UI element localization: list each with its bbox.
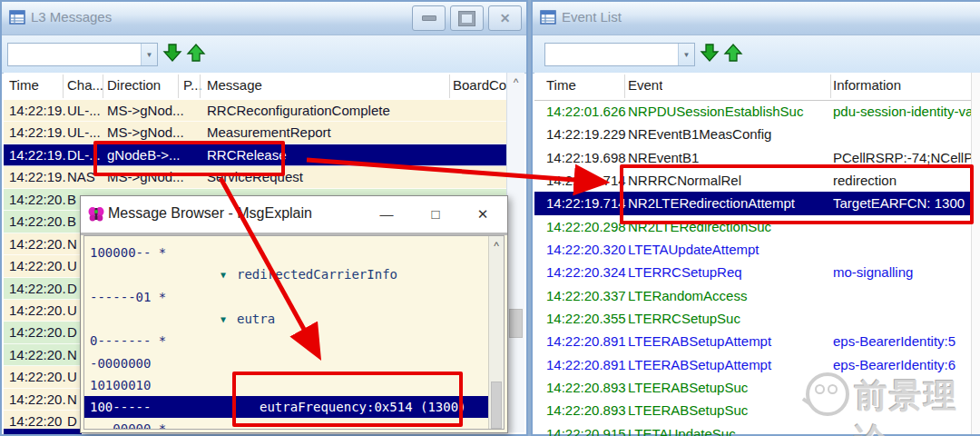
cell-time: 14:22:19... [9, 166, 65, 189]
cell-time: 14:22:20.337 [546, 284, 626, 307]
popup-lines: 100000-- *▼redirectedCarrierInfo------01… [84, 242, 504, 429]
column-header-message[interactable]: Message [207, 77, 262, 93]
event-row[interactable]: 14:22:20.324 LTERRCSetupReq mo-signallin… [534, 261, 973, 283]
cell-event: LTEERABSetupSuc [628, 376, 831, 399]
cell-time: 14:22:19.714 [546, 169, 626, 192]
cell-event: NRPDUSessionEstablishSuc [628, 100, 831, 123]
combo-dropdown-button[interactable]: ▼ [678, 44, 694, 65]
l3-vertical-scrollbar[interactable]: ^ [506, 73, 524, 432]
cell-event: LTEERABSetupSuc [628, 399, 831, 421]
cell-direction: gNodeB->... [107, 144, 205, 167]
cell-time: 14:22:20.891 [546, 353, 626, 376]
l3-filter-value[interactable] [8, 44, 141, 65]
green-down-arrow-icon [700, 43, 720, 63]
cell-channel: UL-... [67, 122, 107, 144]
field-value: eutraFrequency:0x514 (1300) [260, 396, 466, 418]
cell-information: eps-BearerIdentity:5 [833, 330, 973, 352]
event-row[interactable]: 14:22:19.714 NRRRCNormalRel redirection [534, 169, 973, 192]
popup-maximize-button[interactable]: □ [422, 204, 449, 224]
msg-explain-tree: 100000-- *▼redirectedCarrierInfo------01… [83, 235, 505, 430]
scroll-up-icon[interactable]: ^ [489, 238, 504, 254]
green-up-arrow-icon [186, 43, 206, 63]
cell-time: 14:22:20... [9, 233, 65, 256]
chevron-down-icon: ▼ [683, 51, 691, 59]
column-header-direction[interactable]: Direction [107, 77, 161, 93]
close-icon: ✕ [500, 11, 511, 25]
cell-time: 14:22:20... [9, 300, 65, 322]
close-button[interactable]: ✕ [488, 5, 522, 31]
popup-line: ---00000 * [84, 418, 488, 430]
cell-event: NREventB1MeasConfig [628, 123, 831, 145]
combo-dropdown-button[interactable]: ▼ [141, 44, 157, 65]
search-up-button[interactable] [722, 41, 744, 64]
minimize-button[interactable] [412, 5, 446, 31]
table-icon [540, 10, 556, 25]
column-separator [200, 74, 201, 98]
event-titlebar[interactable]: Event List [533, 2, 980, 35]
search-down-button[interactable] [162, 41, 183, 64]
cell-time: 14:22:01.626 [546, 100, 626, 123]
bit-pattern: ------01 * [90, 286, 166, 308]
l3-filter-combobox[interactable]: ▼ [7, 43, 158, 66]
cell-time: 14:22:20... [9, 255, 65, 278]
l3-window-title: L3 Messages [31, 9, 112, 25]
column-header-event[interactable]: Event [628, 77, 662, 93]
event-filter-value[interactable] [545, 44, 678, 65]
cell-time: 14:22:20... [9, 211, 65, 233]
restore-button[interactable] [450, 5, 484, 31]
popup-close-button[interactable]: ✕ [469, 204, 496, 224]
tree-expand-icon[interactable]: ▼ [220, 309, 226, 331]
cell-event: LTETAUpdateSuc [628, 422, 831, 436]
event-row[interactable]: 14:22:19.714 NR2LTERedirectionAttempt Ta… [534, 192, 973, 214]
event-row[interactable]: 14:22:01.626 NRPDUSessionEstablishSuc pd… [534, 100, 973, 123]
cell-channel: NAS [67, 166, 107, 189]
tree-expand-icon[interactable]: ▼ [220, 264, 226, 286]
scroll-up-icon[interactable]: ^ [507, 74, 524, 91]
table-row[interactable]: 14:22:19... UL-... MS->gNod... Measureme… [4, 122, 508, 144]
event-row[interactable]: 14:22:19.229 NREventB1MeasConfig [534, 123, 973, 145]
restore-icon [459, 12, 475, 25]
column-header-boardcode[interactable]: BoardCoc [453, 77, 507, 93]
scrollbar-thumb[interactable] [491, 382, 502, 429]
msgexplain-icon [88, 206, 104, 222]
event-toolbar: ▼ [533, 35, 980, 74]
cell-message: RRCRelease [207, 144, 506, 167]
cell-direction: MS->gNod... [107, 122, 205, 144]
popup-minimize-button[interactable]: — [373, 204, 400, 224]
cell-time: 14:22:19.698 [546, 146, 626, 169]
cell-message: ServiceRequest [207, 166, 506, 189]
green-down-arrow-icon [162, 43, 182, 63]
cell-time: 14:22:20... [9, 389, 65, 411]
cell-message: RRCReconfigurationComplete [207, 100, 506, 123]
popup-line: 10100010 [84, 374, 488, 396]
event-row[interactable]: 14:22:19.698 NREventB1 PCellRSRP:-74;NCe… [534, 146, 973, 169]
column-separator [178, 74, 179, 98]
column-header-time[interactable]: Time [9, 77, 39, 93]
column-header-time[interactable]: Time [546, 77, 576, 93]
cell-direction: MS->gNod... [107, 100, 205, 123]
event-row[interactable]: 14:22:20.320 LTETAUpdateAttempt [534, 238, 973, 261]
scrollbar-thumb[interactable] [509, 309, 523, 338]
l3-titlebar[interactable]: L3 Messages ✕ [2, 2, 526, 35]
event-filter-combobox[interactable]: ▼ [544, 43, 695, 66]
partial-selected-row [4, 429, 82, 434]
popup-vertical-scrollbar[interactable]: ^ [488, 236, 504, 429]
popup-titlebar[interactable]: Message Browser - MsgExplain — □ ✕ [81, 196, 507, 235]
cell-information: redirection [833, 169, 973, 192]
popup-line[interactable]: ▼eutra [84, 308, 488, 330]
cell-time: 14:22:20... [9, 278, 65, 301]
popup-line[interactable]: ▼redirectedCarrierInfo [84, 263, 488, 285]
event-row[interactable]: 14:22:20.355 LTERRCSetupSuc [534, 307, 973, 330]
popup-line[interactable]: 100-----eutraFrequency:0x514 (1300) [84, 396, 488, 418]
search-up-button[interactable] [185, 41, 207, 64]
event-row[interactable]: 14:22:20.891 LTEERABSetupAttempt eps-Bea… [534, 330, 973, 352]
search-down-button[interactable] [699, 41, 720, 64]
event-row[interactable]: 14:22:20.337 LTERandomAccess [534, 284, 973, 307]
table-row[interactable]: 14:22:19... NAS MS->gNod... ServiceReque… [4, 166, 508, 188]
column-header-information[interactable]: Information [833, 77, 901, 93]
table-row[interactable]: 14:22:19... DL-... gNodeB->... RRCReleas… [4, 144, 508, 166]
table-row[interactable]: 14:22:19... UL-... MS->gNod... RRCReconf… [4, 100, 508, 122]
event-row[interactable]: 14:22:20.298 NR2LTERedirectionSuc [534, 215, 973, 238]
column-header-channel[interactable]: Cha... [67, 77, 103, 93]
popup-line: -0000000 [84, 352, 488, 374]
